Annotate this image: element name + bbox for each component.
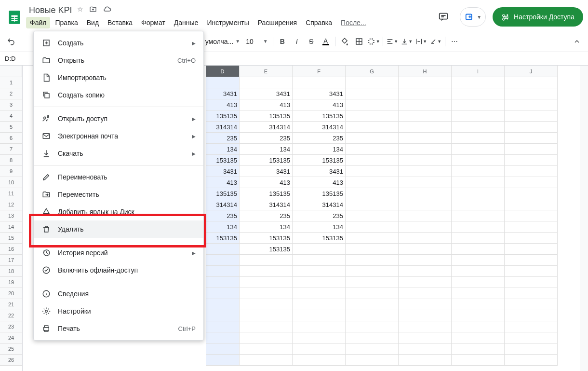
cell[interactable]: 413: [240, 177, 293, 188]
italic-button[interactable]: I: [290, 34, 304, 49]
cell[interactable]: [452, 321, 505, 332]
cell[interactable]: [399, 110, 452, 122]
row-header[interactable]: 3: [0, 99, 22, 110]
menu-расширения[interactable]: Расширения: [254, 17, 301, 28]
cell[interactable]: [399, 255, 452, 266]
cell[interactable]: [346, 110, 399, 122]
cell[interactable]: [240, 255, 293, 266]
cell[interactable]: [346, 321, 399, 332]
cell[interactable]: [399, 155, 452, 166]
cell[interactable]: 314314: [240, 199, 293, 210]
row-header[interactable]: 22: [0, 310, 22, 321]
cell[interactable]: 413: [206, 99, 240, 110]
cell[interactable]: [206, 77, 240, 88]
cell[interactable]: 153135: [293, 233, 346, 244]
cell[interactable]: [452, 133, 505, 144]
row-header[interactable]: 24: [0, 332, 22, 344]
cell[interactable]: [452, 233, 505, 244]
cell[interactable]: [206, 332, 240, 344]
strike-button[interactable]: S: [304, 34, 319, 49]
cell[interactable]: [206, 244, 240, 255]
cell[interactable]: [346, 199, 399, 210]
cell[interactable]: [505, 221, 558, 233]
cell[interactable]: 134: [240, 221, 293, 233]
cell[interactable]: [505, 144, 558, 155]
cell[interactable]: [293, 277, 346, 288]
cell[interactable]: [399, 133, 452, 144]
cell[interactable]: 135135: [293, 188, 346, 199]
cell[interactable]: [505, 110, 558, 122]
cell[interactable]: 3431: [206, 88, 240, 99]
row-header[interactable]: 2: [0, 88, 22, 99]
star-icon[interactable]: ☆: [77, 5, 83, 15]
cell[interactable]: [505, 177, 558, 188]
cell[interactable]: [293, 332, 346, 344]
cell[interactable]: [505, 277, 558, 288]
cell[interactable]: [399, 199, 452, 210]
cell[interactable]: [452, 155, 505, 166]
cell[interactable]: 413: [293, 177, 346, 188]
cell[interactable]: [452, 288, 505, 299]
cell[interactable]: [452, 199, 505, 210]
menu-формат[interactable]: Формат: [137, 17, 169, 28]
cell[interactable]: [399, 299, 452, 310]
cell[interactable]: 235: [206, 133, 240, 144]
row-header[interactable]: 13: [0, 210, 22, 221]
cell[interactable]: [399, 210, 452, 221]
cell[interactable]: 134: [293, 221, 346, 233]
cell[interactable]: [346, 210, 399, 221]
vertical-scrollbar[interactable]: [580, 66, 588, 371]
cell[interactable]: 153135: [240, 155, 293, 166]
row-header[interactable]: 18: [0, 266, 22, 277]
merge-button[interactable]: ▼: [366, 34, 381, 49]
cell[interactable]: [452, 99, 505, 110]
cell[interactable]: [346, 177, 399, 188]
cell[interactable]: [452, 122, 505, 133]
cell[interactable]: [346, 155, 399, 166]
cell[interactable]: [505, 99, 558, 110]
cell[interactable]: [399, 144, 452, 155]
menu-после...[interactable]: После...: [337, 17, 370, 28]
cell[interactable]: [505, 310, 558, 321]
row-header[interactable]: 9: [0, 166, 22, 177]
cell[interactable]: [505, 77, 558, 88]
cell[interactable]: 314314: [240, 122, 293, 133]
row-header[interactable]: 7: [0, 144, 22, 155]
row-header[interactable]: 15: [0, 233, 22, 244]
cell[interactable]: [505, 288, 558, 299]
collapse-toolbar-button[interactable]: [570, 34, 584, 49]
menu-item-trash[interactable]: Удалить: [34, 220, 203, 238]
row-header[interactable]: 6: [0, 133, 22, 144]
cell[interactable]: [505, 321, 558, 332]
select-all-corner[interactable]: [0, 66, 22, 77]
cell[interactable]: [346, 221, 399, 233]
col-header[interactable]: E: [240, 66, 293, 77]
cell[interactable]: 135135: [293, 110, 346, 122]
cell[interactable]: [399, 77, 452, 88]
cell[interactable]: [399, 277, 452, 288]
cell[interactable]: [399, 99, 452, 110]
cell[interactable]: [399, 188, 452, 199]
cell[interactable]: [240, 321, 293, 332]
cell[interactable]: 153135: [206, 233, 240, 244]
cell[interactable]: [293, 344, 346, 355]
cell[interactable]: 153135: [240, 244, 293, 255]
cell[interactable]: [346, 188, 399, 199]
cell[interactable]: [293, 355, 346, 366]
cell[interactable]: [346, 310, 399, 321]
menu-item-drive[interactable]: Добавить ярлык на Диск: [34, 203, 203, 220]
cell[interactable]: 235: [293, 210, 346, 221]
sheets-logo[interactable]: [5, 7, 24, 27]
cell[interactable]: 135135: [240, 188, 293, 199]
cell[interactable]: [206, 299, 240, 310]
cell[interactable]: 314314: [206, 199, 240, 210]
cell[interactable]: [505, 266, 558, 277]
cell[interactable]: [206, 355, 240, 366]
comments-icon[interactable]: [434, 7, 453, 27]
cell[interactable]: [452, 277, 505, 288]
cell[interactable]: [206, 288, 240, 299]
cell[interactable]: [399, 221, 452, 233]
cell[interactable]: [452, 244, 505, 255]
cell[interactable]: [293, 255, 346, 266]
cell[interactable]: 153135: [293, 155, 346, 166]
